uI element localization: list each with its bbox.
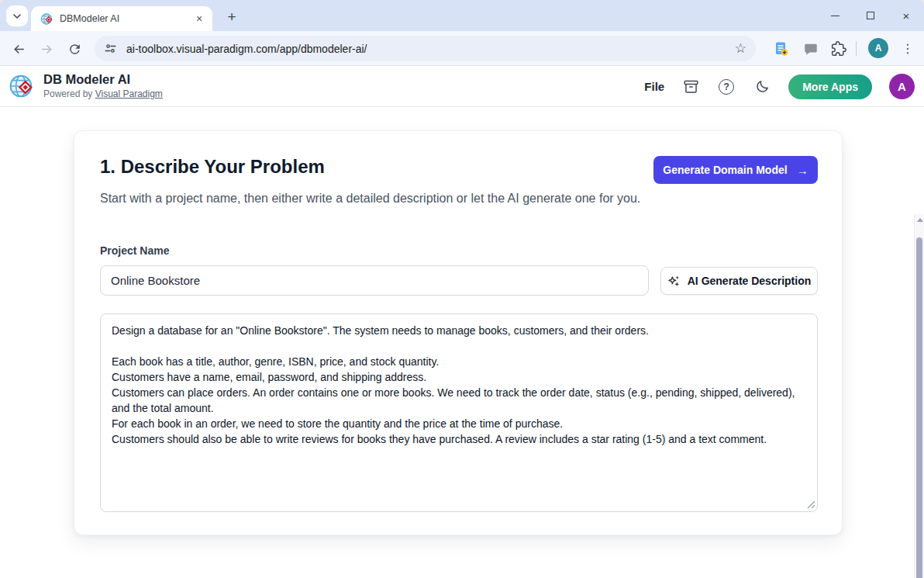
chevron-down-icon [12,12,22,21]
dark-mode-moon-icon[interactable] [753,78,771,96]
maximize-button[interactable] [853,0,888,31]
more-apps-button[interactable]: More Apps [788,74,872,99]
site-settings-icon[interactable] [104,42,117,55]
bookmark-star-icon[interactable]: ☆ [735,42,746,55]
forward-arrow-icon [40,42,54,57]
extensions-icon[interactable] [829,40,848,58]
new-tab-button[interactable]: + [222,7,242,27]
project-name-label: Project Name [100,244,169,257]
address-bar[interactable]: ai-toolbox.visual-paradigm.com/app/dbmod… [95,36,756,61]
tab-search-button[interactable] [6,5,28,26]
arrow-right-icon: → [797,164,808,177]
forward-button[interactable] [34,36,59,61]
generate-button-label: Generate Domain Model [663,164,787,176]
back-arrow-icon [12,42,26,57]
tab-strip: DBModeler AI × + × [0,0,924,31]
browser-window: DBModeler AI × + × ai-toolbox.vis [0,0,924,578]
url-text: ai-toolbox.visual-paradigm.com/app/dbmod… [126,43,735,55]
ai-button-label: AI Generate Description [688,275,812,287]
close-window-button[interactable]: × [888,0,924,31]
browser-toolbar: ai-toolbox.visual-paradigm.com/app/dbmod… [0,31,924,66]
back-button[interactable] [6,36,31,61]
file-menu[interactable]: File [644,80,664,93]
visual-paradigm-logo-icon [9,73,35,99]
document-icon [774,41,789,57]
question-mark-icon: ? [719,79,734,95]
comment-bubble-icon[interactable] [802,40,820,58]
page-scrollbar[interactable] [914,214,924,578]
window-controls: × [817,0,924,31]
minimize-icon [831,16,840,16]
ai-generate-description-button[interactable]: AI Generate Description [660,267,818,295]
powered-by-prefix: Powered by [43,88,95,99]
reload-button[interactable] [62,36,87,61]
app-title-block: DB Modeler AI Powered by Visual Paradigm [43,72,163,99]
user-avatar[interactable]: A [889,74,915,99]
scrollbar-thumb[interactable] [916,237,922,578]
browser-tab[interactable]: DBModeler AI × [31,6,212,31]
minimize-button[interactable] [817,0,853,31]
tab-title: DBModeler AI [60,13,192,24]
section-subheading: Start with a project name, then either w… [100,189,646,208]
app-header: DB Modeler AI Powered by Visual Paradigm… [0,66,924,107]
powered-by-text: Powered by Visual Paradigm [43,88,163,99]
project-name-input[interactable] [100,265,649,296]
browser-menu-icon[interactable]: ⋮ [898,38,918,58]
close-icon: × [903,10,910,22]
site-favicon-icon [40,12,53,26]
tab-close-icon[interactable]: × [192,12,206,26]
maximize-icon [867,12,874,19]
sparkles-icon [667,275,681,288]
archive-icon[interactable] [681,78,700,96]
reload-icon [67,42,82,57]
docs-extension-icon[interactable] [772,40,791,58]
app-title: DB Modeler AI [43,72,163,87]
visual-paradigm-link[interactable]: Visual Paradigm [95,88,163,99]
browser-profile-avatar[interactable]: A [868,38,888,58]
description-textarea[interactable]: Design a database for an "Online Booksto… [100,313,818,512]
scroll-up-icon[interactable] [917,218,923,222]
describe-problem-card: 1. Describe Your Problem Generate Domain… [74,130,843,535]
page-content: 1. Describe Your Problem Generate Domain… [0,107,924,578]
toolbar-divider [856,41,857,56]
generate-domain-model-button[interactable]: Generate Domain Model → [653,156,818,184]
header-actions: File ? More Apps A [644,66,915,107]
description-field-wrap: Design a database for an "Online Booksto… [100,313,818,512]
help-icon[interactable]: ? [717,78,736,96]
section-heading: 1. Describe Your Problem [100,156,325,178]
